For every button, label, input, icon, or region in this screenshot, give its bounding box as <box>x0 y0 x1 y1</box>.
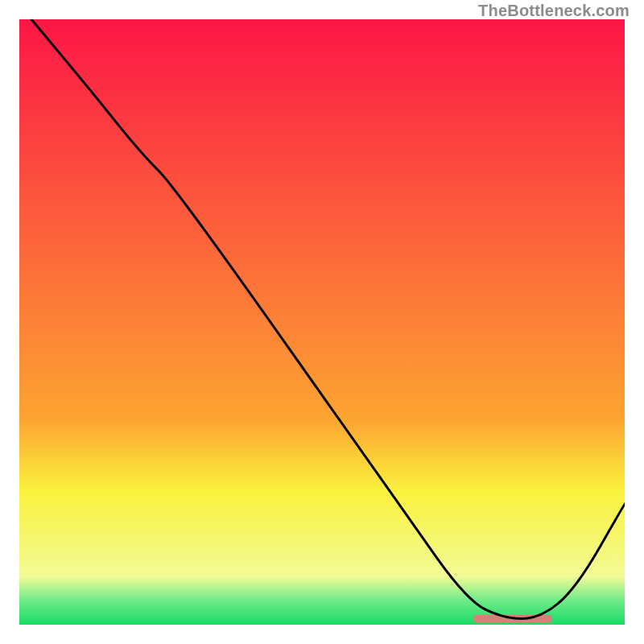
plot-area <box>19 19 625 625</box>
chart-container: TheBottleneck.com <box>0 0 644 644</box>
gradient-background <box>19 19 625 625</box>
watermark-label: TheBottleneck.com <box>478 2 630 20</box>
plot-svg <box>19 19 625 625</box>
